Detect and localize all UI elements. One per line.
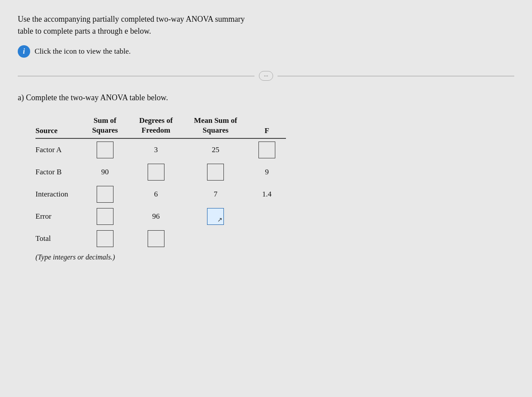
cell-df-2: 6 (129, 183, 184, 205)
info-link-text[interactable]: Click the icon to view the table. (35, 47, 131, 56)
col-header-ss: Sum of Squares (82, 113, 129, 138)
info-row: i Click the icon to view the table. (18, 45, 514, 58)
cell-f-3 (248, 205, 286, 228)
input-f-0[interactable] (258, 142, 275, 158)
cell-df-0: 3 (129, 138, 184, 161)
col-header-ms: Mean Sum of Squares (184, 113, 248, 138)
cell-ss-2[interactable] (82, 183, 129, 205)
input-ss-4[interactable] (97, 230, 113, 247)
cell-ms-1[interactable] (184, 161, 248, 183)
input-ms-cursor-3[interactable]: ↗ (207, 208, 224, 225)
section-a-title: a) Complete the two-way ANOVA table belo… (18, 93, 514, 102)
input-ss-0[interactable] (97, 142, 113, 158)
cell-f-4 (248, 228, 286, 250)
input-ms-1[interactable] (207, 164, 224, 181)
table-header-row: Source Sum of Squares Degrees of Freedom… (35, 113, 286, 138)
input-df-1[interactable] (148, 164, 164, 181)
cell-ms-2: 7 (184, 183, 248, 205)
cell-f-1: 9 (248, 161, 286, 183)
col-header-source: Source (35, 113, 82, 138)
input-ss-3[interactable] (97, 208, 113, 225)
divider: ··· (18, 71, 514, 81)
info-icon[interactable]: i (18, 45, 30, 58)
cell-ss-1: 90 (82, 161, 129, 183)
cell-source-1: Factor B (35, 161, 82, 183)
cell-df-1[interactable] (129, 161, 184, 183)
cell-source-4: Total (35, 228, 82, 250)
divider-dots[interactable]: ··· (259, 71, 273, 81)
cell-ss-4[interactable] (82, 228, 129, 250)
anova-table: Source Sum of Squares Degrees of Freedom… (35, 113, 286, 250)
cell-source-0: Factor A (35, 138, 82, 161)
cell-ms-0: 25 (184, 138, 248, 161)
table-row: Interaction671.4 (35, 183, 286, 205)
cell-ms-4 (184, 228, 248, 250)
divider-line-right (278, 76, 514, 76)
cell-ss-0[interactable] (82, 138, 129, 161)
cell-ss-3[interactable] (82, 205, 129, 228)
intro-text: Use the accompanying partially completed… (18, 13, 381, 37)
table-row: Factor B909 (35, 161, 286, 183)
cell-source-2: Interaction (35, 183, 82, 205)
table-footnote: (Type integers or decimals.) (35, 253, 514, 261)
table-row: Total (35, 228, 286, 250)
cell-f-2: 1.4 (248, 183, 286, 205)
cell-f-0[interactable] (248, 138, 286, 161)
cell-ms-3[interactable]: ↗ (184, 205, 248, 228)
table-row: Factor A325 (35, 138, 286, 161)
cell-source-3: Error (35, 205, 82, 228)
table-row: Error96↗ (35, 205, 286, 228)
cell-df-4[interactable] (129, 228, 184, 250)
input-df-4[interactable] (148, 230, 164, 247)
col-header-df: Degrees of Freedom (129, 113, 184, 138)
cell-df-3: 96 (129, 205, 184, 228)
divider-line-left (18, 76, 254, 76)
col-header-f: F (248, 113, 286, 138)
input-ss-2[interactable] (97, 186, 113, 203)
